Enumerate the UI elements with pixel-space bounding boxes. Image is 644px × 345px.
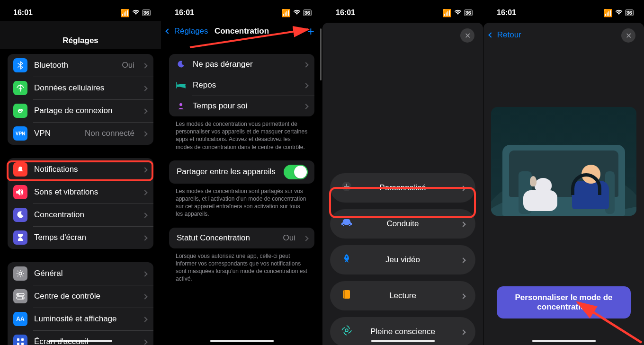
row-detail: Non connecté — [85, 129, 134, 138]
battery-icon: 36 — [464, 9, 473, 16]
option-label: Personnalisé — [330, 183, 475, 193]
modes-description: Les modes de concentration vous permette… — [176, 120, 308, 151]
battery-icon: 36 — [303, 9, 312, 16]
chevron-right-icon — [461, 256, 465, 264]
moon-icon — [13, 208, 27, 222]
svg-rect-5 — [17, 338, 19, 341]
chevron-right-icon — [143, 188, 147, 196]
focus-option-conduite[interactable]: Conduite — [330, 209, 475, 239]
status-time: 16:01 — [175, 9, 194, 17]
screen-settings-root: 16:01 📶 36 Réglages BluetoothOuiDonnées … — [0, 0, 161, 345]
add-button[interactable]: + — [307, 24, 314, 39]
close-button[interactable]: ✕ — [621, 28, 635, 43]
back-label: Réglages — [174, 27, 208, 36]
svg-rect-6 — [21, 338, 24, 341]
focus-option-personnalis-[interactable]: Personnalisé — [330, 173, 475, 203]
status-bar: 16:01 📶 36 — [161, 0, 322, 21]
chevron-right-icon — [304, 81, 308, 89]
back-button[interactable]: Réglages — [166, 27, 208, 36]
signal-icon: 📶 — [120, 9, 130, 18]
status-time: 16:01 — [336, 9, 355, 17]
chevron-right-icon — [143, 338, 147, 345]
share-across-devices-row[interactable]: Partager entre les appareils — [169, 160, 314, 184]
settings-row-luminosit-et-affichage[interactable]: AALuminosité et affichage — [8, 308, 153, 330]
scrollbar-indicator — [320, 28, 322, 80]
driving-illustration — [491, 107, 636, 216]
row-label: VPN — [34, 129, 78, 138]
focus-status-value: Oui — [283, 233, 295, 243]
back-button[interactable]: Retour — [489, 30, 521, 40]
ant-icon — [13, 81, 27, 95]
status-bar: 16:01 📶 36 — [483, 0, 644, 21]
row-label: Repos — [193, 80, 297, 90]
row-label: Partage de connexion — [34, 106, 136, 115]
chevron-right-icon — [461, 327, 465, 336]
home-indicator[interactable] — [371, 340, 435, 342]
link-icon — [13, 104, 27, 118]
row-label: Centre de contrôle — [34, 292, 136, 301]
focus-status-description: Lorsque vous autorisez une app, celle-ci… — [176, 252, 308, 283]
settings-row-donn-es-cellulaires[interactable]: Données cellulaires — [8, 77, 153, 99]
gear-icon — [13, 266, 27, 281]
battery-icon: 36 — [625, 9, 634, 16]
option-label: Lecture — [330, 291, 475, 301]
page-title: Concentration — [215, 27, 269, 36]
row-label: Données cellulaires — [34, 83, 136, 93]
wifi-icon — [132, 9, 140, 17]
chevron-right-icon — [143, 107, 147, 115]
focus-option-lecture[interactable]: Lecture — [330, 281, 475, 310]
row-label: Concentration — [34, 210, 136, 220]
option-label: Jeu vidéo — [330, 255, 475, 265]
chevron-right-icon — [143, 84, 147, 92]
settings-row-notifications[interactable]: Notifications — [8, 158, 153, 181]
focus-status-row[interactable]: Statut Concentration Oui — [169, 228, 314, 248]
status-bar: 16:01 📶 36 — [0, 0, 161, 21]
person-icon — [176, 101, 186, 111]
signal-icon: 📶 — [603, 9, 613, 18]
chevron-right-icon — [304, 102, 308, 110]
wifi-icon — [615, 9, 623, 17]
bed-icon — [176, 80, 186, 90]
close-button[interactable]: ✕ — [460, 28, 474, 43]
settings-row-partage-de-connexion[interactable]: Partage de connexion — [8, 99, 153, 122]
chevron-right-icon — [143, 211, 147, 219]
settings-row-bluetooth[interactable]: BluetoothOui — [8, 54, 153, 77]
chevron-left-icon — [488, 32, 493, 37]
switches-icon — [13, 289, 27, 303]
focus-option-jeu-vid-o[interactable]: Jeu vidéo — [330, 245, 475, 274]
row-label: Ne pas déranger — [193, 60, 297, 69]
nav-bar: Réglages Concentration + — [161, 21, 322, 42]
BT-icon — [13, 58, 27, 72]
settings-row-vpn[interactable]: VPNVPNNon connecté — [8, 122, 153, 145]
chevron-right-icon — [304, 234, 308, 242]
settings-row-temps-d-cran[interactable]: Temps d'écran — [8, 226, 153, 249]
home-indicator[interactable] — [532, 340, 596, 342]
focus-mode-row-temps-pour-soi[interactable]: Temps pour soi — [169, 96, 314, 116]
wifi-icon — [293, 9, 301, 17]
status-time: 16:01 — [13, 9, 33, 17]
row-detail: Oui — [122, 61, 134, 70]
home-indicator[interactable] — [210, 340, 274, 342]
settings-row-g-n-ral[interactable]: Général — [8, 262, 153, 285]
settings-row--cran-d-accueil[interactable]: Écran d'accueil — [8, 330, 153, 345]
bell-icon — [13, 162, 27, 177]
signal-icon: 📶 — [442, 9, 452, 18]
share-description: Les modes de concentration sont partagés… — [176, 187, 308, 218]
settings-row-concentration[interactable]: Concentration — [8, 203, 153, 226]
row-label: Notifications — [34, 165, 136, 174]
home-indicator[interactable] — [49, 340, 112, 342]
status-time: 16:01 — [497, 9, 516, 17]
customize-focus-button[interactable]: Personnaliser le mode de concentration — [497, 286, 631, 318]
chevron-right-icon — [143, 166, 147, 173]
screen-concentration-settings: 16:01 📶 36 Réglages Concentration + Ne p… — [161, 0, 322, 345]
chevron-right-icon — [143, 315, 147, 323]
focus-mode-row-repos[interactable]: Repos — [169, 75, 314, 96]
svg-point-4 — [22, 297, 23, 299]
page-title: Réglages — [0, 21, 161, 49]
row-label: Temps d'écran — [34, 233, 136, 242]
settings-row-centre-de-contr-le[interactable]: Centre de contrôle — [8, 285, 153, 308]
settings-row-sons-et-vibrations[interactable]: Sons et vibrations — [8, 181, 153, 203]
share-toggle-on[interactable] — [284, 165, 308, 179]
status-bar: 16:01 📶 36 — [322, 0, 483, 21]
focus-mode-row-ne-pas-d-ranger[interactable]: Ne pas déranger — [169, 54, 314, 75]
